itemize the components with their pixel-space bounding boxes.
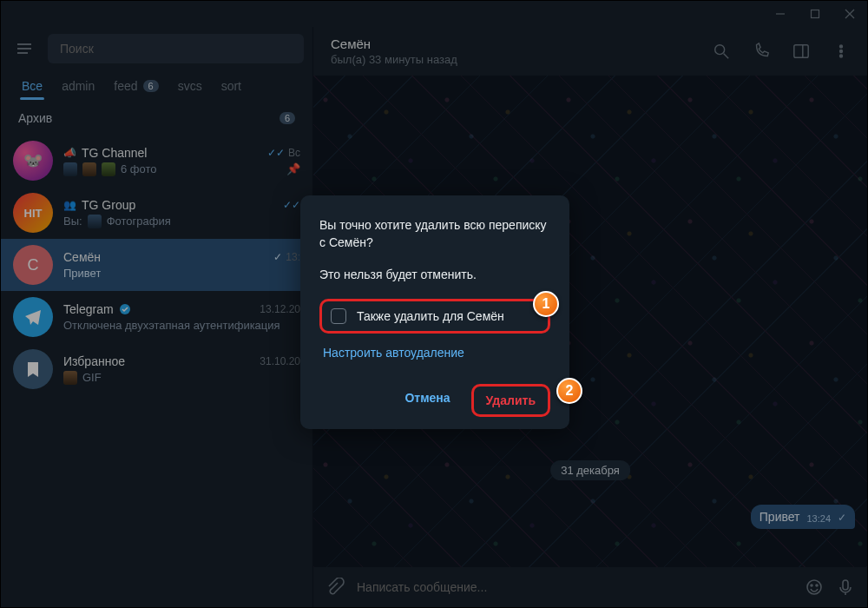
- delete-button[interactable]: Удалить: [471, 384, 550, 417]
- checkbox-label: Также удалить для Семён: [357, 309, 504, 323]
- dialog-text: Вы точно хотите удалить всю переписку с …: [319, 216, 550, 252]
- also-delete-checkbox-row[interactable]: Также удалить для Семён: [319, 299, 550, 334]
- delete-chat-dialog: Вы точно хотите удалить всю переписку с …: [300, 195, 569, 429]
- annotation-callout-2: 2: [556, 378, 582, 404]
- checkbox[interactable]: [331, 308, 346, 324]
- autodelete-link[interactable]: Настроить автоудаление: [319, 346, 550, 360]
- dialog-buttons: Отмена Удалить: [319, 384, 550, 417]
- cancel-button[interactable]: Отмена: [392, 384, 462, 417]
- app-window: Все admin feed6 svcs sort Архив 6 🐭 📣TG …: [0, 0, 868, 608]
- dialog-warning: Это нельзя будет отменить.: [319, 268, 550, 281]
- annotation-callout-1: 1: [533, 291, 559, 317]
